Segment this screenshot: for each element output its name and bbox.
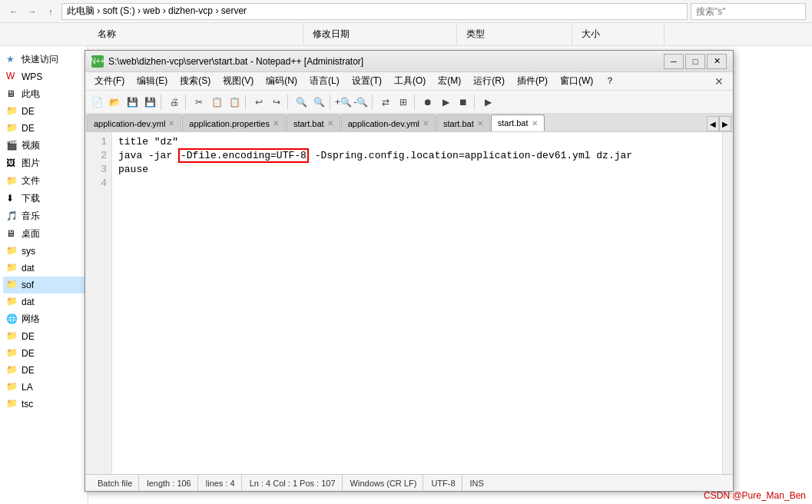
tab-close-3[interactable]: ✕ <box>327 119 333 128</box>
sidebar-pictures[interactable]: 🖼 图片 <box>3 154 85 172</box>
folder-icon-de1: 📁 <box>6 105 18 118</box>
sidebar-network[interactable]: 🌐 网络 <box>3 310 85 328</box>
tb-new[interactable]: 📄 <box>88 94 105 111</box>
sidebar-desktop[interactable]: 🖥 桌面 <box>3 225 85 243</box>
tb-paste[interactable]: 📋 <box>226 94 243 111</box>
tab-app-dev-yml-2[interactable]: application-dev.yml ✕ <box>341 114 436 131</box>
sidebar-de3[interactable]: 📁 DE <box>3 328 85 345</box>
sidebar-wps[interactable]: W WPS <box>3 68 85 85</box>
tb-zoom-in[interactable]: +🔍 <box>335 94 352 111</box>
menu-search[interactable]: 搜索(S) <box>174 72 217 90</box>
close-button[interactable]: ✕ <box>707 54 727 69</box>
menu-plugins[interactable]: 插件(P) <box>511 72 554 90</box>
downloads-icon: ⬇ <box>6 193 18 205</box>
tb-copy[interactable]: 📋 <box>208 94 225 111</box>
line-num-3: 3 <box>85 163 111 177</box>
col-name-header[interactable]: 名称 <box>88 23 303 45</box>
line-num-1: 1 <box>85 135 111 149</box>
sidebar-sof[interactable]: 📁 sof <box>3 277 85 293</box>
sidebar-video[interactable]: 🎬 视频 <box>3 137 85 154</box>
code-line-1: title "dz" <box>118 135 716 149</box>
sidebar-tsc[interactable]: 📁 tsc <box>3 396 85 413</box>
tab-scroll-right[interactable]: ▶ <box>719 116 731 131</box>
tab-start-bat-active[interactable]: start.bat ✕ <box>491 114 545 131</box>
col-modified-header[interactable]: 修改日期 <box>303 23 457 45</box>
title-bar: N++ S:\web\dizhen-vcp\server\start.bat -… <box>85 51 733 72</box>
sidebar-dat2[interactable]: 📁 dat <box>3 293 85 310</box>
folder-icon-la: 📁 <box>6 381 18 393</box>
line-numbers: 1 2 3 4 <box>85 132 112 474</box>
tb-play[interactable]: ▶ <box>437 94 454 111</box>
tb-split[interactable]: ⊞ <box>395 94 412 111</box>
vertical-scrollbar[interactable] <box>722 132 733 474</box>
sidebar-quick-access[interactable]: ★ 快速访问 <box>3 51 85 68</box>
col-type-header[interactable]: 类型 <box>457 23 572 45</box>
sidebar-downloads[interactable]: ⬇ 下载 <box>3 190 85 207</box>
code-editor[interactable]: title "dz" java -jar -Dfile.encoding=UTF… <box>112 132 722 474</box>
tb-save-all[interactable]: 💾 <box>141 94 158 111</box>
address-bar[interactable]: 此电脑 › soft (S:) › web › dizhen-vcp › ser… <box>61 3 688 20</box>
tab-app-properties[interactable]: application.properties ✕ <box>182 114 286 131</box>
sidebar-de4[interactable]: 📁 DE <box>3 345 85 362</box>
menu-close-x[interactable]: ✕ <box>708 75 730 88</box>
sidebar-dat1[interactable]: 📁 dat <box>3 260 85 277</box>
menu-encoding[interactable]: 编码(N) <box>260 72 303 90</box>
sidebar-music[interactable]: 🎵 音乐 <box>3 207 85 225</box>
tb-record[interactable]: ⏺ <box>419 94 436 111</box>
sidebar-files[interactable]: 📁 文件 <box>3 172 85 190</box>
tab-close-1[interactable]: ✕ <box>168 119 174 128</box>
tb-save[interactable]: 💾 <box>124 94 141 111</box>
tab-close-5[interactable]: ✕ <box>477 119 483 128</box>
sidebar-sys[interactable]: 📁 sys <box>3 243 85 260</box>
menu-settings[interactable]: 设置(T) <box>346 72 388 90</box>
menu-run[interactable]: 运行(R) <box>467 72 511 90</box>
tab-close-4[interactable]: ✕ <box>423 119 429 128</box>
menu-view[interactable]: 视图(V) <box>217 72 260 90</box>
sidebar-de5[interactable]: 📁 DE <box>3 362 85 379</box>
menu-edit[interactable]: 编辑(E) <box>131 72 174 90</box>
sidebar-de2[interactable]: 📁 DE <box>3 120 85 137</box>
code-line-2: java -jar -Dfile.encoding=UTF-8 -Dspring… <box>118 149 716 163</box>
tab-start-bat-1[interactable]: start.bat ✕ <box>287 114 340 131</box>
wps-icon: W <box>6 71 18 83</box>
tb-redo[interactable]: ↪ <box>268 94 285 111</box>
folder-icon-dat2: 📁 <box>6 296 18 308</box>
nav-forward-button[interactable]: → <box>25 4 40 19</box>
tab-close-2[interactable]: ✕ <box>273 119 279 128</box>
tb-replace[interactable]: 🔍 <box>310 94 327 111</box>
col-size-header[interactable]: 大小 <box>572 23 665 45</box>
tb-sync[interactable]: ⇄ <box>377 94 394 111</box>
search-input[interactable] <box>691 3 806 20</box>
tb-find[interactable]: 🔍 <box>293 94 310 111</box>
menu-help[interactable]: ？ <box>599 72 621 90</box>
tb-cut[interactable]: ✂ <box>191 94 207 111</box>
nav-back-button[interactable]: ← <box>6 4 22 19</box>
menu-language[interactable]: 语言(L) <box>303 72 346 90</box>
tab-scroll-left[interactable]: ◀ <box>707 116 719 131</box>
tab-app-dev-yml-1[interactable]: application-dev.yml ✕ <box>87 114 181 131</box>
tb-print[interactable]: 🖨 <box>166 94 183 111</box>
status-lineending: Windows (CR LF) <box>344 475 424 491</box>
tb-open[interactable]: 📂 <box>106 94 123 111</box>
editor-area[interactable]: 1 2 3 4 title "dz" java -jar -Dfile.enco… <box>85 132 733 474</box>
menu-window[interactable]: 窗口(W) <box>554 72 599 90</box>
menu-file[interactable]: 文件(F) <box>88 72 131 90</box>
sidebar-la[interactable]: 📁 LA <box>3 379 85 396</box>
tab-start-bat-2[interactable]: start.bat ✕ <box>436 114 490 131</box>
maximize-button[interactable]: □ <box>685 54 705 69</box>
tab-close-active[interactable]: ✕ <box>532 119 538 128</box>
menu-tools[interactable]: 工具(O) <box>388 72 432 90</box>
notepad-window: N++ S:\web\dizhen-vcp\server\start.bat -… <box>85 50 734 492</box>
minimize-button[interactable]: ─ <box>664 54 684 69</box>
menu-macro[interactable]: 宏(M) <box>432 72 467 90</box>
sidebar-de1[interactable]: 📁 DE <box>3 103 85 120</box>
highlighted-arg: -Dfile.encoding=UTF-8 <box>178 148 309 163</box>
pictures-icon: 🖼 <box>6 158 18 170</box>
music-icon: 🎵 <box>6 211 18 223</box>
tb-undo[interactable]: ↩ <box>250 94 267 111</box>
tb-stop[interactable]: ⏹ <box>455 94 472 111</box>
nav-up-button[interactable]: ↑ <box>43 4 58 19</box>
sidebar-this-pc[interactable]: 🖥 此电 <box>3 85 85 103</box>
tb-zoom-out[interactable]: -🔍 <box>353 94 370 111</box>
tb-run[interactable]: ▶ <box>479 94 496 111</box>
